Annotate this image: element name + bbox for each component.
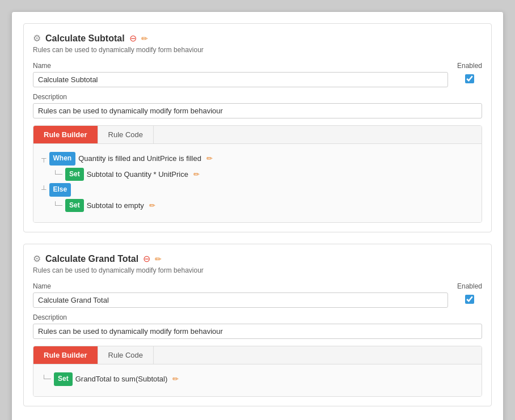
pencil-icon-set-2[interactable]: ✏ [149,199,155,212]
rule2-header: ⚙ Calculate Grand Total ⊖ ✏ [33,253,482,264]
rule1-when-row: ┬ When Quantity is filled and UnitPrice … [41,152,474,166]
rule1-subtitle: Rules can be used to dynamically modify … [33,46,482,54]
rule2-set1-row: └─ Set GrandTotal to sum(Subtotal) ✏ [41,372,474,386]
rule1-tabs-body: ┬ When Quantity is filled and UnitPrice … [33,144,482,222]
rule2-tabs-header: Rule Builder Rule Code [33,346,482,364]
rule2-desc-label: Description [33,313,482,321]
rule1-tree: ┬ When Quantity is filled and UnitPrice … [41,152,474,212]
badge-else-1: Else [49,183,71,197]
rule1-set2-text: Subtotal to empty [87,199,144,212]
rule2-enabled-checkbox[interactable] [465,295,474,304]
remove-icon-2[interactable]: ⊖ [143,253,150,264]
gear-icon-2: ⚙ [33,253,41,264]
rule1-set2-connector: └─ [53,200,62,212]
rule1-tabs-container: Rule Builder Rule Code ┬ When Quantity i… [33,125,482,223]
badge-set-1: Set [65,168,84,181]
rule2-set1-connector: └─ [41,373,51,385]
rule1-tab-code[interactable]: Rule Code [98,126,154,143]
rule2-name-input[interactable] [33,292,448,308]
rule2-tab-code[interactable]: Rule Code [98,346,154,364]
rule2-subtitle: Rules can be used to dynamically modify … [33,266,482,274]
rule1-form-row: Name Enabled [33,62,482,87]
badge-when-1: When [49,152,76,166]
rule2-enabled-label: Enabled [457,282,482,290]
badge-set-2: Set [65,199,84,213]
pencil-icon-when-1[interactable]: ✏ [206,152,213,165]
rule1-else-connector: ┴ [41,184,47,196]
rule-block-1: ⚙ Calculate Subtotal ⊖ ✏ Rules can be us… [23,23,492,232]
rule2-name-label: Name [33,282,448,290]
badge-set-3: Set [54,372,73,386]
rule2-tabs-container: Rule Builder Rule Code └─ Set GrandTotal… [33,346,482,397]
rule2-name-group: Name [33,282,448,308]
rule1-title: Calculate Subtotal [45,33,125,44]
rule1-when-text: Quantity is filled and UnitPrice is fill… [78,152,201,165]
rule1-enabled-group: Enabled [457,62,482,83]
rule1-when-connector: ┬ [41,152,47,165]
rule1-name-input[interactable] [33,72,448,87]
rule1-tab-builder[interactable]: Rule Builder [33,126,98,143]
rule2-enabled-group: Enabled [457,282,482,304]
rule-block-2: ⚙ Calculate Grand Total ⊖ ✏ Rules can be… [23,244,492,406]
rule1-desc-input[interactable] [33,103,482,118]
rule2-title: Calculate Grand Total [45,254,138,264]
rule1-else-row: ┴ Else [41,183,474,197]
rule2-tabs-body: └─ Set GrandTotal to sum(Subtotal) ✏ [33,364,482,396]
main-container: ⚙ Calculate Subtotal ⊖ ✏ Rules can be us… [11,11,504,420]
rule1-set1-row: └─ Set Subtotal to Quantity * UnitPrice … [53,168,474,181]
rule1-set1-connector: └─ [53,168,62,181]
rule1-set2-row: └─ Set Subtotal to empty ✏ [53,199,474,213]
rule2-set1-text: GrandTotal to sum(Subtotal) [75,372,168,385]
rule1-desc-group: Description [33,93,482,118]
remove-icon-1[interactable]: ⊖ [129,33,137,44]
rule1-set1-text: Subtotal to Quantity * UnitPrice [87,168,188,181]
rule1-enabled-label: Enabled [457,62,482,70]
edit-icon-1[interactable]: ✏ [141,34,148,43]
edit-icon-2[interactable]: ✏ [155,254,162,264]
rule1-enabled-checkbox[interactable] [465,74,474,83]
rule2-desc-input[interactable] [33,324,482,339]
rule2-desc-group: Description [33,313,482,339]
rule1-tabs-header: Rule Builder Rule Code [33,126,482,144]
pencil-icon-set-1[interactable]: ✏ [193,168,200,181]
pencil-icon-set-3[interactable]: ✏ [172,372,179,385]
rule2-tree: └─ Set GrandTotal to sum(Subtotal) ✏ [41,372,474,386]
rule2-tab-builder[interactable]: Rule Builder [33,346,98,364]
rule1-name-group: Name [33,62,448,87]
gear-icon-1: ⚙ [33,33,41,44]
rule1-name-label: Name [33,62,448,70]
rule1-desc-label: Description [33,93,482,101]
rule1-header: ⚙ Calculate Subtotal ⊖ ✏ [33,33,482,44]
rule2-form-row: Name Enabled [33,282,482,308]
